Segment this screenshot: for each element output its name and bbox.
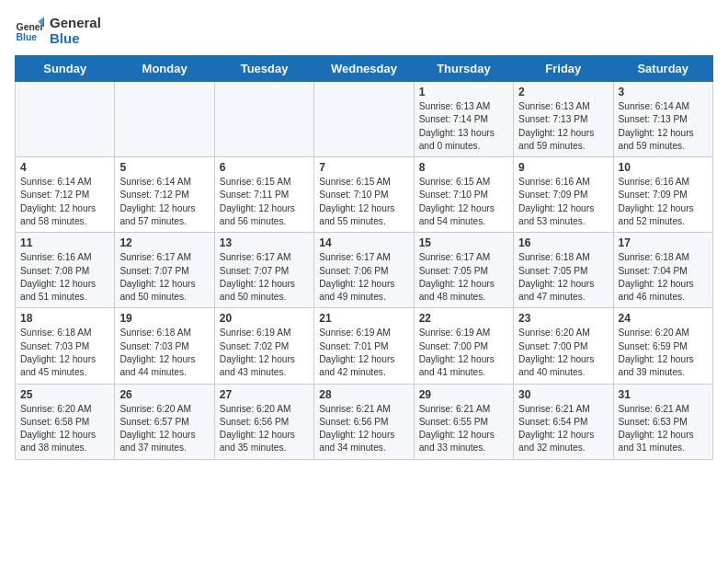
cell-content: Sunrise: 6:21 AM Sunset: 6:54 PM Dayligh…: [518, 403, 608, 455]
calendar-cell: 4Sunrise: 6:14 AM Sunset: 7:12 PM Daylig…: [16, 157, 115, 233]
calendar-cell: 16Sunrise: 6:18 AM Sunset: 7:05 PM Dayli…: [514, 233, 613, 308]
calendar-cell: 29Sunrise: 6:21 AM Sunset: 6:55 PM Dayli…: [414, 384, 513, 459]
day-number: 7: [319, 161, 408, 174]
calendar-cell: [314, 82, 414, 157]
header-friday: Friday: [514, 56, 613, 82]
day-number: 9: [518, 161, 608, 174]
day-number: 31: [619, 388, 708, 401]
calendar-cell: 25Sunrise: 6:20 AM Sunset: 6:58 PM Dayli…: [16, 384, 115, 459]
calendar-cell: [115, 82, 214, 157]
calendar-cell: 9Sunrise: 6:16 AM Sunset: 7:09 PM Daylig…: [514, 157, 613, 233]
day-number: 12: [119, 236, 209, 249]
cell-content: Sunrise: 6:17 AM Sunset: 7:07 PM Dayligh…: [220, 251, 309, 304]
calendar-cell: 8Sunrise: 6:15 AM Sunset: 7:10 PM Daylig…: [414, 157, 513, 233]
cell-content: Sunrise: 6:19 AM Sunset: 7:01 PM Dayligh…: [319, 327, 408, 379]
calendar-cell: 12Sunrise: 6:17 AM Sunset: 7:07 PM Dayli…: [115, 233, 214, 308]
calendar-cell: 23Sunrise: 6:20 AM Sunset: 7:00 PM Dayli…: [514, 308, 613, 384]
calendar-cell: 14Sunrise: 6:17 AM Sunset: 7:06 PM Dayli…: [314, 233, 414, 308]
cell-content: Sunrise: 6:18 AM Sunset: 7:05 PM Dayligh…: [518, 251, 608, 304]
header-row: SundayMondayTuesdayWednesdayThursdayFrid…: [16, 56, 713, 82]
logo-blue: Blue: [50, 30, 101, 46]
cell-content: Sunrise: 6:20 AM Sunset: 6:58 PM Dayligh…: [20, 403, 109, 455]
day-number: 22: [419, 312, 508, 325]
day-number: 18: [20, 312, 109, 325]
day-number: 26: [119, 388, 209, 401]
day-number: 4: [20, 161, 109, 174]
day-number: 11: [20, 236, 109, 249]
day-number: 3: [619, 86, 708, 98]
cell-content: Sunrise: 6:20 AM Sunset: 6:57 PM Dayligh…: [119, 403, 209, 455]
day-number: 20: [220, 312, 309, 325]
day-number: 16: [518, 236, 608, 249]
day-number: 25: [20, 388, 109, 401]
calendar-cell: 24Sunrise: 6:20 AM Sunset: 6:59 PM Dayli…: [613, 308, 712, 384]
header: General Blue General Blue: [15, 15, 713, 46]
cell-content: Sunrise: 6:18 AM Sunset: 7:04 PM Dayligh…: [619, 251, 708, 304]
calendar-cell: 10Sunrise: 6:16 AM Sunset: 7:09 PM Dayli…: [613, 157, 712, 233]
cell-content: Sunrise: 6:16 AM Sunset: 7:09 PM Dayligh…: [518, 176, 608, 228]
week-row-2: 4Sunrise: 6:14 AM Sunset: 7:12 PM Daylig…: [16, 157, 713, 233]
cell-content: Sunrise: 6:19 AM Sunset: 7:00 PM Dayligh…: [419, 327, 508, 379]
day-number: 13: [220, 236, 309, 249]
cell-content: Sunrise: 6:16 AM Sunset: 7:08 PM Dayligh…: [20, 251, 109, 304]
svg-text:General: General: [17, 22, 44, 32]
cell-content: Sunrise: 6:18 AM Sunset: 7:03 PM Dayligh…: [119, 327, 209, 379]
logo: General Blue General Blue: [15, 15, 101, 46]
calendar-cell: 21Sunrise: 6:19 AM Sunset: 7:01 PM Dayli…: [314, 308, 414, 384]
cell-content: Sunrise: 6:19 AM Sunset: 7:02 PM Dayligh…: [220, 327, 309, 379]
day-number: 10: [619, 161, 708, 174]
calendar-cell: 6Sunrise: 6:15 AM Sunset: 7:11 PM Daylig…: [214, 157, 313, 233]
calendar-cell: 2Sunrise: 6:13 AM Sunset: 7:13 PM Daylig…: [514, 82, 613, 157]
day-number: 15: [419, 236, 508, 249]
cell-content: Sunrise: 6:14 AM Sunset: 7:12 PM Dayligh…: [20, 176, 109, 228]
cell-content: Sunrise: 6:18 AM Sunset: 7:03 PM Dayligh…: [20, 327, 109, 379]
calendar-table: SundayMondayTuesdayWednesdayThursdayFrid…: [15, 55, 713, 460]
day-number: 1: [419, 86, 508, 98]
day-number: 28: [319, 388, 408, 401]
day-number: 19: [119, 312, 209, 325]
calendar-cell: [16, 82, 115, 157]
week-row-5: 25Sunrise: 6:20 AM Sunset: 6:58 PM Dayli…: [16, 384, 713, 459]
header-sunday: Sunday: [16, 56, 115, 82]
cell-content: Sunrise: 6:20 AM Sunset: 6:59 PM Dayligh…: [619, 327, 708, 379]
day-number: 14: [319, 236, 408, 249]
calendar-cell: 7Sunrise: 6:15 AM Sunset: 7:10 PM Daylig…: [314, 157, 414, 233]
day-number: 5: [119, 161, 209, 174]
cell-content: Sunrise: 6:20 AM Sunset: 7:00 PM Dayligh…: [518, 327, 608, 379]
header-tuesday: Tuesday: [214, 56, 313, 82]
calendar-cell: 28Sunrise: 6:21 AM Sunset: 6:56 PM Dayli…: [314, 384, 414, 459]
calendar-cell: [214, 82, 313, 157]
cell-content: Sunrise: 6:17 AM Sunset: 7:05 PM Dayligh…: [419, 251, 508, 304]
cell-content: Sunrise: 6:14 AM Sunset: 7:13 PM Dayligh…: [619, 100, 708, 153]
cell-content: Sunrise: 6:15 AM Sunset: 7:11 PM Dayligh…: [220, 176, 309, 228]
day-number: 6: [220, 161, 309, 174]
day-number: 23: [518, 312, 608, 325]
calendar-cell: 20Sunrise: 6:19 AM Sunset: 7:02 PM Dayli…: [214, 308, 313, 384]
day-number: 2: [518, 86, 608, 98]
calendar-cell: 31Sunrise: 6:21 AM Sunset: 6:53 PM Dayli…: [613, 384, 712, 459]
header-wednesday: Wednesday: [314, 56, 414, 82]
calendar-cell: 18Sunrise: 6:18 AM Sunset: 7:03 PM Dayli…: [16, 308, 115, 384]
svg-text:Blue: Blue: [17, 32, 38, 42]
week-row-4: 18Sunrise: 6:18 AM Sunset: 7:03 PM Dayli…: [16, 308, 713, 384]
calendar-cell: 11Sunrise: 6:16 AM Sunset: 7:08 PM Dayli…: [16, 233, 115, 308]
day-number: 27: [220, 388, 309, 401]
week-row-3: 11Sunrise: 6:16 AM Sunset: 7:08 PM Dayli…: [16, 233, 713, 308]
cell-content: Sunrise: 6:15 AM Sunset: 7:10 PM Dayligh…: [319, 176, 408, 228]
calendar-cell: 5Sunrise: 6:14 AM Sunset: 7:12 PM Daylig…: [115, 157, 214, 233]
cell-content: Sunrise: 6:21 AM Sunset: 6:55 PM Dayligh…: [419, 403, 508, 455]
calendar-cell: 19Sunrise: 6:18 AM Sunset: 7:03 PM Dayli…: [115, 308, 214, 384]
cell-content: Sunrise: 6:20 AM Sunset: 6:56 PM Dayligh…: [220, 403, 309, 455]
cell-content: Sunrise: 6:17 AM Sunset: 7:06 PM Dayligh…: [319, 251, 408, 304]
calendar-cell: 26Sunrise: 6:20 AM Sunset: 6:57 PM Dayli…: [115, 384, 214, 459]
cell-content: Sunrise: 6:16 AM Sunset: 7:09 PM Dayligh…: [619, 176, 708, 228]
cell-content: Sunrise: 6:13 AM Sunset: 7:14 PM Dayligh…: [419, 100, 508, 153]
calendar-cell: 3Sunrise: 6:14 AM Sunset: 7:13 PM Daylig…: [613, 82, 712, 157]
day-number: 29: [419, 388, 508, 401]
calendar-cell: 15Sunrise: 6:17 AM Sunset: 7:05 PM Dayli…: [414, 233, 513, 308]
header-saturday: Saturday: [613, 56, 712, 82]
cell-content: Sunrise: 6:17 AM Sunset: 7:07 PM Dayligh…: [119, 251, 209, 304]
day-number: 30: [518, 388, 608, 401]
cell-content: Sunrise: 6:15 AM Sunset: 7:10 PM Dayligh…: [419, 176, 508, 228]
calendar-cell: 17Sunrise: 6:18 AM Sunset: 7:04 PM Dayli…: [613, 233, 712, 308]
